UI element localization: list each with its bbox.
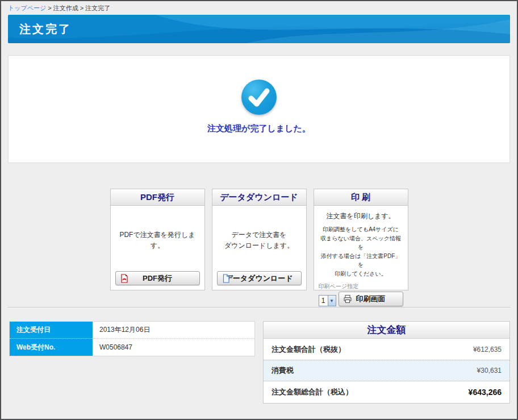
breadcrumb-order-complete: 注文完了 <box>85 5 110 11</box>
pdf-card: PDF発行 PDFで注文書を発行します。 PDF発行 <box>110 189 205 290</box>
pdf-card-body: PDFで注文書を発行します。 PDF発行 <box>111 206 204 290</box>
print-note-text: 印刷調整をしてもA4サイズに 収まらない場合、スペック情報を 添付する場合は「注… <box>319 225 403 278</box>
page-title: 注文完了 <box>19 22 72 37</box>
banner-wave-decoration <box>8 15 510 43</box>
breadcrumb-order-create[interactable]: 注文作成 <box>53 5 78 11</box>
table-row: 注文受付日 2013年12月06日 <box>10 322 254 339</box>
page-header-banner: 注文完了 <box>8 15 510 43</box>
breadcrumb-top-page[interactable]: トップページ <box>8 5 46 11</box>
table-row: 注文金額総合計（税込） ¥643,266 <box>264 381 509 403</box>
print-controls-row: 1 ▼ 印刷画面 <box>319 292 403 306</box>
completion-message: 注文処理が完了しました。 <box>9 123 509 134</box>
breadcrumb-separator: > <box>80 5 83 11</box>
completion-panel: 注文処理が完了しました。 <box>8 55 510 163</box>
table-row: 消費税 ¥30,631 <box>264 360 509 381</box>
print-card: 印 刷 注文書を印刷します。 印刷調整をしてもA4サイズに 収まらない場合、スペ… <box>314 189 408 290</box>
print-page-select[interactable]: 1 ▼ <box>319 295 336 306</box>
order-complete-page: トップページ>注文作成>注文完了 注文完了 注文処理が完了しました。 PDF発行… <box>1 1 517 404</box>
order-summary-section: 注文受付日 2013年12月06日 Web受付No. W0506847 注文金額… <box>8 321 510 404</box>
breadcrumb: トップページ>注文作成>注文完了 <box>8 1 510 13</box>
printer-icon <box>343 294 352 303</box>
web-receipt-no-label: Web受付No. <box>10 339 93 356</box>
order-date-label: 注文受付日 <box>10 322 93 339</box>
print-page-select-label: 印刷ページ指定 <box>319 282 403 290</box>
chevron-down-icon: ▼ <box>328 296 336 306</box>
grand-total-value: ¥643,266 <box>469 388 502 397</box>
data-download-card: データダウンロード データで注文書を ダウンロードします。 データダウンロード <box>212 189 307 290</box>
print-card-title: 印 刷 <box>314 189 408 206</box>
file-icon <box>222 274 231 283</box>
check-icon <box>241 80 277 115</box>
subtotal-value: ¥612,635 <box>473 346 502 354</box>
pdf-icon <box>120 274 129 283</box>
pdf-issue-button[interactable]: PDF発行 <box>115 271 200 285</box>
action-cards: PDF発行 PDFで注文書を発行します。 PDF発行 データダウンロード データ… <box>8 189 510 290</box>
print-lead-text: 注文書を印刷します。 <box>319 211 403 221</box>
order-info-table: 注文受付日 2013年12月06日 Web受付No. W0506847 <box>9 321 255 356</box>
data-download-description: データで注文書を ダウンロードします。 <box>217 210 302 271</box>
order-amount-panel: 注文金額 注文金額合計（税抜） ¥612,635 消費税 ¥30,631 注文金… <box>263 321 510 404</box>
print-screen-button[interactable]: 印刷画面 <box>339 292 403 306</box>
section-divider <box>8 307 510 307</box>
table-row: Web受付No. W0506847 <box>10 339 254 356</box>
tax-value: ¥30,631 <box>477 367 502 375</box>
grand-total-label: 注文金額総合計（税込） <box>271 387 353 397</box>
pdf-card-title: PDF発行 <box>111 189 204 206</box>
data-download-card-body: データで注文書を ダウンロードします。 データダウンロード <box>212 206 306 290</box>
order-date-value: 2013年12月06日 <box>93 322 254 339</box>
data-download-button[interactable]: データダウンロード <box>217 271 302 285</box>
table-row: 注文金額合計（税抜） ¥612,635 <box>264 339 509 360</box>
data-download-card-title: データダウンロード <box>212 189 306 206</box>
print-page-select-value: 1 <box>319 296 328 306</box>
web-receipt-no-value: W0506847 <box>93 339 254 356</box>
order-amount-title: 注文金額 <box>264 322 509 339</box>
print-card-body: 注文書を印刷します。 印刷調整をしてもA4サイズに 収まらない場合、スペック情報… <box>314 206 408 311</box>
pdf-card-description: PDFで注文書を発行します。 <box>115 210 200 271</box>
tax-label: 消費税 <box>271 365 294 376</box>
breadcrumb-separator: > <box>48 5 51 11</box>
subtotal-label: 注文金額合計（税抜） <box>271 344 345 355</box>
